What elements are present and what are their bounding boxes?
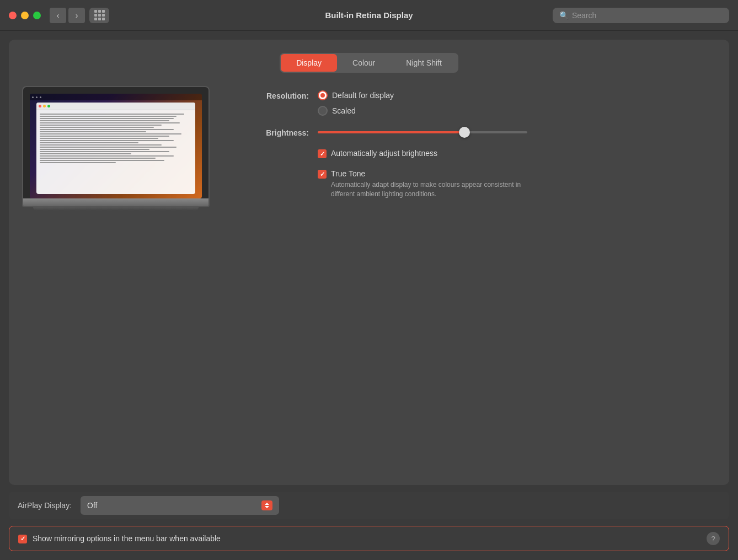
grid-view-button[interactable] [89,8,109,23]
brightness-slider-thumb[interactable] [459,127,470,138]
laptop-foot [33,207,199,211]
brightness-slider-fill [318,131,464,133]
true-tone-checkbox[interactable]: ✓ [318,170,327,179]
true-tone-option[interactable]: ✓ True Tone Automatically adapt display … [318,169,541,199]
checkmark-icon-2: ✓ [320,171,325,178]
true-tone-description: Automatically adapt display to make colo… [331,180,541,199]
airplay-bar: AirPlay Display: Off [9,492,729,519]
resolution-scaled-option[interactable]: Scaled [318,106,394,116]
settings-controls: Resolution: Default for display Sc [243,86,716,199]
tab-night-shift[interactable]: Night Shift [391,54,457,72]
resolution-row: Resolution: Default for display Sc [243,90,716,116]
mirroring-left: ✓ Show mirroring options in the menu bar… [18,534,221,543]
window-title: Built-in Retina Display [325,10,413,20]
resolution-label: Resolution: [243,90,309,100]
back-button[interactable]: ‹ [50,8,66,23]
resolution-default-label: Default for display [332,91,394,100]
arrow-down-icon [265,506,269,508]
content-row: Resolution: Default for display Sc [22,86,716,211]
mirroring-checkbox[interactable]: ✓ [18,535,27,543]
nav-buttons: ‹ › [50,8,85,23]
laptop-screen-inner [30,94,202,198]
grid-icon [94,10,105,20]
brightness-label: Brightness: [243,127,309,137]
arrow-up-icon [265,503,269,505]
fake-window-content [36,110,195,168]
airplay-select[interactable]: Off [81,496,279,515]
maximize-button[interactable] [33,12,41,19]
close-button[interactable] [9,12,17,19]
resolution-options: Default for display Scaled [318,90,394,116]
help-button[interactable]: ? [707,532,720,545]
tab-colour[interactable]: Colour [337,54,391,72]
true-tone-text: True Tone Automatically adapt display to… [331,169,541,199]
resolution-scaled-radio[interactable] [318,106,328,116]
laptop-base [22,198,210,207]
laptop-screen-outer [22,86,210,198]
auto-brightness-option[interactable]: ✓ Automatically adjust brightness [318,149,437,158]
brightness-slider-track [318,131,527,133]
laptop-illustration [22,86,221,211]
tab-bar: Display Colour Night Shift [280,53,458,73]
fake-desktop [30,94,202,198]
airplay-label: AirPlay Display: [18,501,72,510]
fake-menubar [30,94,202,100]
true-tone-row: ✓ True Tone Automatically adapt display … [243,169,716,199]
brightness-slider-container[interactable] [318,127,527,138]
mirroring-row: ✓ Show mirroring options in the menu bar… [9,526,729,551]
airplay-value: Off [87,501,97,510]
settings-panel: Display Colour Night Shift [9,40,729,485]
tab-display[interactable]: Display [281,54,337,72]
search-input[interactable] [572,11,723,20]
fake-window [36,103,195,194]
auto-brightness-label: Automatically adjust brightness [331,149,437,158]
resolution-default-option[interactable]: Default for display [318,90,394,100]
radio-inner-default [320,93,325,98]
laptop [22,86,210,211]
forward-button[interactable]: › [68,8,85,23]
traffic-lights [9,12,41,19]
fake-window-titlebar [36,103,195,110]
auto-brightness-row: ✓ Automatically adjust brightness [243,149,716,158]
auto-brightness-checkbox[interactable]: ✓ [318,149,327,158]
true-tone-label: True Tone [331,169,541,178]
checkmark-icon: ✓ [320,150,325,158]
search-bar[interactable]: 🔍 [553,8,729,23]
select-arrows-icon [261,500,272,510]
search-icon: 🔍 [559,11,569,20]
titlebar: ‹ › Built-in Retina Display 🔍 [0,0,738,31]
minimize-button[interactable] [21,12,29,19]
auto-brightness-text: Automatically adjust brightness [331,149,437,158]
resolution-default-radio[interactable] [318,90,328,100]
main-content: Display Colour Night Shift [0,31,738,560]
mirroring-checkmark-icon: ✓ [20,535,25,542]
resolution-scaled-label: Scaled [332,106,356,115]
mirroring-label: Show mirroring options in the menu bar w… [33,534,221,543]
brightness-row: Brightness: [243,127,716,138]
